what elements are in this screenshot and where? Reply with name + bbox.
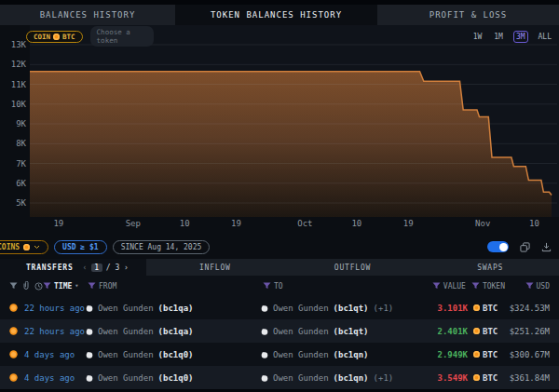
btc-token-icon — [9, 304, 18, 312]
funnel-icon[interactable] — [525, 282, 534, 290]
tx-token: BTC — [473, 304, 505, 313]
funnel-icon[interactable] — [88, 282, 96, 290]
range-1m-button[interactable]: 1M — [492, 32, 505, 42]
from-address[interactable]: (bc1q0) — [158, 350, 194, 359]
to-extra-count: (+1) — [374, 373, 394, 383]
from-address[interactable]: (bc1qa) — [158, 327, 194, 336]
wallet-icon — [261, 304, 268, 312]
tx-to[interactable]: Owen Gunden (bc1qn) — [261, 350, 412, 359]
balance-area-chart: 13K12K11K10K9K8K7K6K5K19Sep1019Oct1019No… — [0, 25, 559, 238]
from-address[interactable]: (bc1q0) — [158, 373, 194, 383]
coins-filter-pill[interactable]: COINS — [0, 240, 48, 254]
paperclip-icon[interactable] — [22, 281, 30, 291]
table-column-header: TIME ▾ FROM TO VALUE TOKEN USD — [0, 276, 559, 296]
range-1w-button[interactable]: 1W — [471, 32, 484, 42]
tx-from[interactable]: Owen Gunden (bc1qa) — [86, 327, 261, 336]
chart-controls: COIN BTC Choose a token 1W 1M 3M ALL — [26, 29, 553, 44]
to-owner-name[interactable]: Owen Gunden — [273, 304, 329, 313]
from-address[interactable]: (bc1qa) — [158, 304, 194, 313]
wallet-icon — [86, 374, 93, 382]
token-search-input[interactable]: Choose a token — [90, 26, 154, 47]
table-row[interactable]: 4 days ago Owen Gunden (bc1q0) Owen Gund… — [0, 343, 559, 366]
tx-time-link[interactable]: 22 hours ago — [24, 327, 86, 336]
from-owner-name[interactable]: Owen Gunden — [98, 373, 154, 383]
download-icon[interactable] — [541, 242, 552, 252]
pagination-total-pages: 3 — [115, 264, 120, 272]
wallet-icon — [261, 351, 268, 358]
to-address[interactable]: (bc1qn) — [334, 373, 369, 383]
wallet-icon — [86, 351, 93, 358]
pagination-prev-button[interactable]: ‹ — [83, 264, 89, 272]
from-owner-name[interactable]: Owen Gunden — [98, 350, 154, 359]
tab-balances-history[interactable]: BALANCES HISTORY — [0, 5, 175, 25]
token-symbol: BTC — [483, 350, 498, 359]
tx-usd-value: $324.53M — [505, 304, 550, 313]
tx-time-link[interactable]: 4 days ago — [24, 373, 86, 383]
btc-coin-icon — [23, 244, 30, 250]
to-address[interactable]: (bc1qt) — [334, 327, 369, 336]
time-range-buttons: 1W 1M 3M ALL — [471, 31, 553, 43]
chart-toggle-switch[interactable] — [487, 241, 509, 252]
funnel-icon[interactable] — [263, 282, 271, 290]
to-address[interactable]: (bc1qn) — [334, 350, 369, 359]
wallet-icon — [261, 328, 268, 335]
btc-token-icon — [9, 327, 18, 335]
column-header-token[interactable]: TOKEN — [471, 282, 505, 291]
column-header-to[interactable]: TO — [263, 282, 410, 291]
svg-text:10: 10 — [529, 219, 539, 228]
to-address[interactable]: (bc1qt) — [334, 304, 369, 313]
tab-profit-loss[interactable]: PROFIT & LOSS — [377, 5, 559, 25]
svg-text:12K: 12K — [11, 60, 27, 69]
pagination-next-button[interactable]: › — [124, 264, 130, 272]
usd-header-label: USD — [537, 282, 550, 291]
tab-outflow[interactable]: OUTFLOW — [284, 259, 422, 276]
clock-icon[interactable] — [34, 282, 43, 291]
funnel-icon[interactable] — [432, 282, 441, 290]
tab-swaps[interactable]: SWAPS — [421, 259, 559, 276]
header-tools — [9, 281, 43, 291]
pagination-separator: / — [106, 264, 112, 272]
copy-icon[interactable] — [520, 242, 530, 252]
tx-to[interactable]: Owen Gunden (bc1qt) (+1) — [261, 304, 412, 313]
btc-token-icon — [9, 350, 18, 358]
column-header-value[interactable]: VALUE — [410, 282, 466, 291]
table-row[interactable]: 22 hours ago Owen Gunden (bc1qa) Owen Gu… — [0, 319, 559, 343]
filter-funnel-icon[interactable] — [9, 282, 18, 290]
tab-token-balances-history[interactable]: TOKEN BALANCES HISTORY — [175, 5, 377, 25]
tab-transfers[interactable]: TRANSFERS ‹ 1 / 3 › — [0, 259, 146, 276]
wallet-icon — [261, 374, 268, 382]
tx-from[interactable]: Owen Gunden (bc1q0) — [86, 350, 261, 359]
token-header-label: TOKEN — [483, 282, 505, 291]
funnel-icon[interactable] — [471, 282, 480, 290]
svg-text:11K: 11K — [11, 80, 27, 89]
tx-from[interactable]: Owen Gunden (bc1q0) — [86, 373, 261, 383]
since-date-pill[interactable]: SINCE Aug 14, 2025 — [113, 240, 211, 254]
tx-value: 2.949K — [412, 350, 468, 359]
column-header-usd[interactable]: USD — [505, 282, 550, 291]
column-header-time[interactable]: TIME ▾ — [43, 282, 88, 291]
to-owner-name[interactable]: Owen Gunden — [273, 373, 329, 383]
to-owner-name[interactable]: Owen Gunden — [273, 350, 329, 359]
token-symbol: BTC — [483, 373, 498, 383]
tx-time-link[interactable]: 22 hours ago — [24, 304, 86, 313]
chart-panel: 13K12K11K10K9K8K7K6K5K19Sep1019Oct1019No… — [0, 25, 559, 235]
sort-caret-icon: ▾ — [75, 282, 78, 290]
from-owner-name[interactable]: Owen Gunden — [98, 304, 154, 313]
table-row[interactable]: 4 days ago Owen Gunden (bc1q0) Owen Gund… — [0, 366, 559, 389]
column-header-from[interactable]: FROM — [88, 282, 263, 291]
svg-text:Nov: Nov — [475, 219, 490, 228]
funnel-icon[interactable] — [43, 282, 51, 290]
from-owner-name[interactable]: Owen Gunden — [98, 327, 154, 336]
range-3m-button[interactable]: 3M — [513, 31, 528, 43]
tx-from[interactable]: Owen Gunden (bc1qa) — [86, 304, 261, 313]
tx-to[interactable]: Owen Gunden (bc1qt) — [261, 327, 412, 336]
tx-time-link[interactable]: 4 days ago — [24, 350, 86, 359]
tx-to[interactable]: Owen Gunden (bc1qn) (+1) — [261, 373, 412, 383]
usd-threshold-pill[interactable]: USD ≥ $1 — [54, 240, 107, 254]
coin-selector-pill[interactable]: COIN BTC — [26, 31, 83, 43]
table-row[interactable]: 22 hours ago Owen Gunden (bc1qa) Owen Gu… — [0, 296, 559, 319]
range-all-button[interactable]: ALL — [537, 32, 553, 42]
tx-value: 3.101K — [412, 304, 468, 313]
tab-inflow[interactable]: INFLOW — [146, 259, 284, 276]
to-owner-name[interactable]: Owen Gunden — [273, 327, 329, 336]
